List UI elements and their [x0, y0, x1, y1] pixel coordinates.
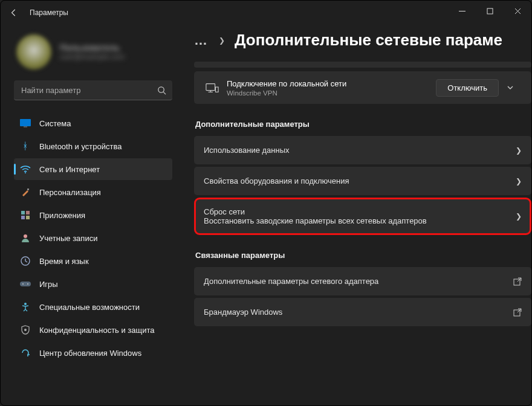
nav-label: Центр обновления Windows	[39, 349, 141, 358]
external-icon	[513, 277, 522, 286]
row-title: Брандмауэр Windows	[204, 308, 513, 317]
nav-item-accessibility[interactable]: Специальные возможности	[14, 296, 172, 318]
svg-rect-8	[21, 211, 25, 214]
time-icon	[20, 256, 31, 266]
svg-rect-11	[26, 216, 30, 219]
nav-label: Персонализация	[39, 188, 101, 197]
minimize-button[interactable]	[448, 1, 476, 21]
search-icon	[157, 86, 166, 95]
nav-item-brush[interactable]: Персонализация	[14, 181, 172, 203]
svg-rect-4	[20, 119, 31, 126]
collapsed-card[interactable]	[194, 62, 531, 68]
nav-label: Система	[39, 119, 71, 128]
profile-email: user@example.com	[60, 53, 125, 61]
svg-rect-1	[487, 8, 493, 14]
nav-item-apps[interactable]: Приложения	[14, 204, 172, 226]
system-icon	[20, 118, 31, 129]
close-button[interactable]	[504, 1, 531, 21]
section-header: Дополнительные параметры	[195, 120, 531, 129]
chevron-right-icon: ❯	[219, 36, 225, 45]
page-title: Дополнительные сетевые параме	[235, 31, 502, 50]
svg-point-2	[158, 86, 164, 92]
svg-point-16	[27, 283, 28, 285]
connection-card[interactable]: Подключение по локальной сети Windscribe…	[194, 71, 531, 104]
settings-row[interactable]: Дополнительные параметры сетевого адапте…	[194, 267, 531, 295]
wifi-icon	[20, 164, 31, 175]
svg-rect-14	[20, 282, 31, 286]
chevron-right-icon: ❯	[516, 212, 522, 221]
privacy-icon	[20, 324, 31, 335]
nav-label: Учетные записи	[39, 234, 97, 243]
apps-icon	[20, 210, 31, 221]
nav-item-system[interactable]: Система	[14, 112, 172, 134]
svg-point-15	[22, 283, 24, 285]
nav-item-time[interactable]: Время и язык	[14, 250, 172, 272]
settings-row[interactable]: Сброс сетиВосстановить заводские парамет…	[194, 198, 531, 235]
back-button[interactable]	[2, 1, 26, 25]
nav-label: Специальные возможности	[39, 303, 140, 312]
svg-rect-9	[26, 211, 30, 214]
svg-line-3	[163, 92, 166, 94]
disconnect-button[interactable]: Отключить	[436, 79, 499, 97]
row-title: Сброс сети	[204, 207, 516, 216]
nav-item-bluetooth[interactable]: ᚼBluetooth и устройства	[14, 135, 172, 157]
row-title: Свойства оборудования и подключения	[204, 176, 516, 185]
nav-item-privacy[interactable]: Конфиденциальность и защита	[14, 319, 172, 341]
nav-label: Bluetooth и устройства	[39, 142, 122, 151]
accessibility-icon	[20, 301, 31, 312]
ethernet-icon	[204, 82, 221, 94]
window-title: Параметры	[30, 8, 68, 17]
nav-label: Время и язык	[39, 257, 89, 266]
maximize-button[interactable]	[476, 1, 504, 21]
section-header: Связанные параметры	[195, 251, 531, 260]
chevron-right-icon: ❯	[516, 177, 522, 185]
svg-rect-19	[206, 84, 215, 91]
nav-label: Игры	[39, 280, 58, 289]
svg-rect-22	[216, 87, 219, 92]
svg-rect-5	[24, 126, 27, 127]
svg-point-18	[24, 329, 27, 331]
breadcrumb-more[interactable]: …	[194, 33, 209, 48]
bluetooth-icon: ᚼ	[20, 141, 31, 152]
svg-rect-10	[21, 216, 25, 219]
nav-item-update[interactable]: Центр обновления Windows	[14, 342, 172, 364]
profile-name: Пользователь	[60, 43, 125, 53]
settings-row[interactable]: Брандмауэр Windows	[194, 298, 531, 326]
svg-point-6	[25, 172, 26, 173]
connection-title: Подключение по локальной сети	[227, 79, 430, 88]
nav-item-wifi[interactable]: Сеть и Интернет	[14, 158, 172, 180]
row-subtitle: Восстановить заводские параметры всех се…	[204, 216, 516, 225]
search-input[interactable]	[20, 85, 157, 95]
avatar	[16, 34, 51, 69]
update-icon	[20, 347, 31, 358]
games-icon	[20, 279, 31, 289]
nav-item-account[interactable]: Учетные записи	[14, 227, 172, 249]
nav-label: Приложения	[39, 211, 85, 220]
svg-rect-7	[27, 188, 29, 190]
row-title: Дополнительные параметры сетевого адапте…	[204, 277, 513, 286]
settings-row[interactable]: Свойства оборудования и подключения❯	[194, 167, 531, 195]
settings-row[interactable]: Использование данных❯	[194, 136, 531, 164]
search-box[interactable]	[14, 80, 172, 100]
profile[interactable]: Пользователь user@example.com	[16, 34, 172, 69]
chevron-right-icon: ❯	[516, 146, 522, 155]
expand-button[interactable]	[499, 79, 522, 97]
connection-subtitle: Windscribe VPN	[227, 89, 430, 97]
brush-icon	[20, 187, 31, 198]
nav-label: Конфиденциальность и защита	[39, 326, 155, 335]
svg-point-17	[24, 303, 27, 305]
external-icon	[513, 308, 522, 317]
account-icon	[20, 233, 31, 243]
nav-item-games[interactable]: Игры	[14, 273, 172, 295]
nav-label: Сеть и Интернет	[39, 165, 100, 174]
svg-point-12	[24, 234, 27, 238]
row-title: Использование данных	[204, 146, 516, 155]
